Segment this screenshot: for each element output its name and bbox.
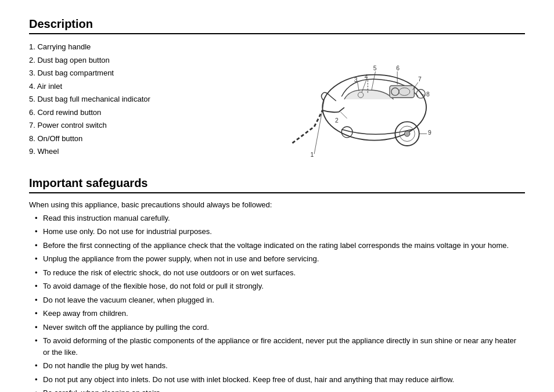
safeguard-item-3: Before the first connecting of the appli… — [35, 240, 525, 251]
safeguards-list: Read this instruction manual carefully. … — [29, 213, 525, 393]
safeguard-item-12: Do not put any object into inlets. Do no… — [35, 374, 525, 386]
svg-line-14 — [340, 112, 347, 118]
svg-line-17 — [357, 82, 359, 91]
safeguard-item-5: To reduce the risk of electric shock, do… — [35, 267, 525, 279]
description-divider — [29, 33, 525, 34]
safeguard-item-6: To avoid damage of the flexible hose, do… — [35, 280, 525, 292]
svg-text:7: 7 — [418, 76, 422, 82]
safeguard-item-8: Keep away from children. — [35, 308, 525, 319]
vacuum-svg: 1 2 2 3 4 5 6 7 — [260, 41, 445, 157]
description-section: Description 1. Carrying handle 2. Dust b… — [29, 17, 525, 159]
safeguard-item-4: Unplug the appliance from the power supp… — [35, 253, 525, 265]
part-1: 1. Carrying handle — [29, 41, 168, 53]
part-9: 9. Wheel — [29, 146, 168, 157]
part-3: 3. Dust bag compartment — [29, 67, 168, 79]
part-7: 7. Power control switch — [29, 120, 168, 131]
svg-point-0 — [322, 75, 426, 141]
svg-point-9 — [404, 131, 409, 136]
safeguard-item-7: Do not leave the vacuum cleaner, when pl… — [35, 294, 525, 306]
svg-rect-1 — [390, 85, 414, 98]
description-title: Description — [29, 17, 525, 31]
svg-text:6: 6 — [396, 65, 400, 71]
part-8: 8. On/Off button — [29, 133, 168, 145]
safeguard-item-10: To avoid deforming of the plastic compon… — [35, 335, 525, 358]
safeguards-title: Important safeguards — [29, 177, 525, 190]
safeguard-item-2: Home use only. Do not use for industrial… — [35, 226, 525, 238]
part-5: 5. Dust bag full mechanical indicator — [29, 93, 168, 105]
svg-text:9: 9 — [428, 130, 431, 136]
safeguard-item-13: Be careful, when cleaning on stairs. — [35, 387, 525, 392]
svg-text:8: 8 — [426, 91, 430, 98]
part-2: 2. Dust bag open button — [29, 55, 168, 66]
safeguard-item-1: Read this instruction manual carefully. — [35, 213, 525, 224]
vacuum-diagram: 1 2 2 3 4 5 6 7 — [180, 41, 525, 157]
safeguards-section: Important safeguards When using this app… — [29, 177, 525, 393]
safeguards-divider — [29, 192, 525, 193]
safeguard-item-9: Never switch off the appliance by pullin… — [35, 322, 525, 333]
safeguards-intro: When using this appliance, basic precaut… — [29, 200, 525, 209]
svg-text:1: 1 — [311, 152, 314, 157]
part-6: 6. Cord rewind button — [29, 107, 168, 118]
svg-text:4: 4 — [365, 74, 368, 80]
safeguard-item-11: Do not handle the plug by wet hands. — [35, 360, 525, 372]
parts-list: 1. Carrying handle 2. Dust bag open butt… — [29, 41, 168, 159]
svg-text:2: 2 — [335, 117, 339, 124]
description-content: 1. Carrying handle 2. Dust bag open butt… — [29, 41, 525, 159]
svg-line-12 — [314, 101, 324, 154]
svg-text:5: 5 — [373, 65, 377, 71]
svg-text:3: 3 — [354, 77, 358, 83]
part-4: 4. Air inlet — [29, 81, 168, 92]
